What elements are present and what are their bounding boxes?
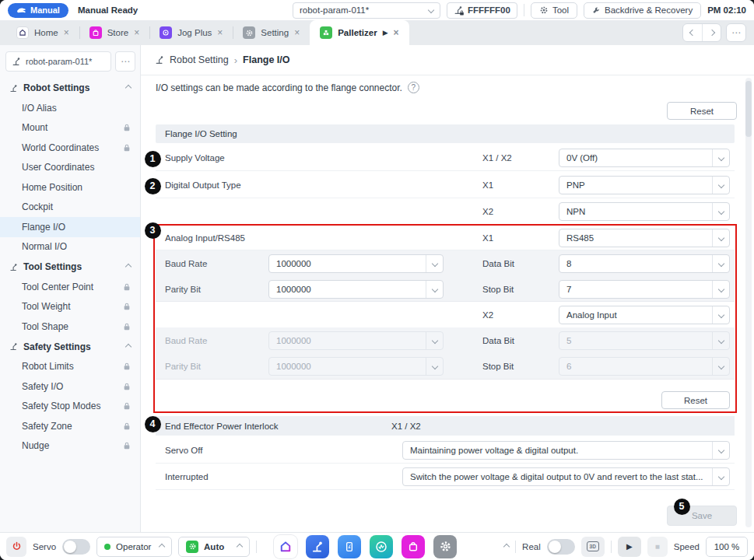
tab-label: Home (34, 28, 58, 37)
lock-icon (123, 383, 131, 390)
sidebar-item-safety-io[interactable]: Safety I/O (0, 376, 140, 397)
digital-output-x2-select[interactable]: NPN (559, 202, 730, 221)
scrollbar-thumb[interactable] (745, 81, 752, 137)
tab-palletizer[interactable]: Palletizer ▶ × (310, 20, 409, 45)
sidebar-item-tool-weight[interactable]: Tool Weight (0, 297, 140, 317)
dock-robot-settings-app[interactable] (306, 535, 329, 558)
sidebar-item-tool-center-point[interactable]: Tool Center Point (0, 277, 140, 297)
param-file-select[interactable]: robot-param-011* (293, 2, 440, 19)
help-icon[interactable]: ? (408, 82, 419, 93)
tab-setting[interactable]: Setting × (233, 20, 310, 45)
x1-baud-rate-select[interactable]: 1000000 (268, 254, 444, 273)
tab-more-button[interactable]: ⋯ (726, 23, 746, 42)
3d-view-button[interactable]: 3D (581, 537, 605, 557)
analog-reset-button[interactable]: Reset (661, 391, 730, 409)
operator-select[interactable]: Operator (96, 537, 172, 557)
x1-stop-bit-select[interactable]: 7 (559, 280, 730, 299)
sidebar-item-robot-limits[interactable]: Robot Limits (0, 357, 140, 377)
auto-mode-icon (186, 541, 198, 553)
backdrive-recovery-button[interactable]: Backdrive & Recovery (584, 2, 701, 19)
dock-store-app[interactable] (402, 535, 425, 558)
sidebar-item-world-coordinates[interactable]: World Coordinates (0, 138, 140, 158)
sidebar-item-io-alias[interactable]: I/O Alias (0, 98, 140, 118)
dock-collapse-chevron[interactable] (503, 543, 510, 549)
sidebar-more-button[interactable]: ⋯ (115, 51, 135, 72)
sidebar-item-home-position[interactable]: Home Position (0, 177, 140, 198)
interrupted-select[interactable]: Switch the power voltage & digital outpu… (402, 467, 730, 486)
digital-output-x2-port: X2 (482, 207, 493, 216)
auto-mode-label: Auto (204, 542, 232, 551)
tab-home[interactable]: Home × (6, 20, 79, 45)
chevron-up-icon (237, 543, 243, 549)
sidebar-item-normal-io[interactable]: Normal I/O (0, 237, 140, 257)
x1-data-bit-select[interactable]: 8 (559, 254, 730, 273)
chevron-down-icon (712, 177, 729, 194)
speed-value-field[interactable]: 100 % (706, 537, 748, 557)
supply-voltage-select[interactable]: 0V (Off) (559, 149, 730, 167)
sidebar-item-safety-stop-modes[interactable]: Safety Stop Modes (0, 397, 140, 417)
chevron-down-icon (712, 332, 729, 349)
chevron-down-icon (428, 7, 434, 13)
stop-bit-label: Stop Bit (482, 362, 514, 371)
sidebar-group-robot-settings[interactable]: Robot Settings (0, 78, 140, 98)
sidebar-item-cockpit[interactable]: Cockpit (0, 198, 140, 218)
flange-io-panel: Robot Setting › Flange I/O I/O settings … (141, 45, 754, 532)
chevron-down-icon (712, 468, 729, 485)
tab-scroll-left-button[interactable] (683, 24, 702, 41)
tool-button[interactable]: Tool (531, 2, 577, 19)
sidebar-group-tool-settings[interactable]: Tool Settings (0, 257, 140, 277)
analog-x2-row: X2 Analog Input (156, 302, 735, 327)
close-icon[interactable]: × (217, 28, 223, 37)
divider (524, 4, 524, 16)
x1-parity-bit-select[interactable]: 1000000 (268, 280, 444, 299)
tab-jog-plus[interactable]: Jog Plus × (149, 20, 233, 45)
dock-settings-app[interactable] (433, 535, 457, 558)
sidebar-item-safety-zone[interactable]: Safety Zone (0, 416, 140, 436)
data-bit-label: Data Bit (482, 336, 514, 345)
tab-store[interactable]: Store × (79, 20, 150, 45)
tab-label: Store (107, 28, 129, 37)
sidebar-item-user-coordinates[interactable]: User Coordinates (0, 158, 140, 178)
lock-icon (123, 422, 131, 430)
servo-toggle[interactable] (62, 539, 90, 555)
close-icon[interactable]: × (64, 28, 69, 37)
section-header: Flange I/O Setting (156, 124, 735, 143)
manual-mode-label: Manual (30, 5, 60, 15)
divider (515, 541, 516, 553)
sidebar-item-nudge[interactable]: Nudge (0, 436, 140, 457)
auto-mode-select[interactable]: Auto (178, 537, 250, 557)
tab-scroll-right-button[interactable] (702, 24, 721, 41)
stop-bit-label: Stop Bit (482, 285, 514, 294)
sidebar-item-tool-shape[interactable]: Tool Shape (0, 317, 140, 337)
analog-x1-select[interactable]: RS485 (559, 229, 730, 247)
dock-monitoring-app[interactable] (370, 535, 393, 558)
breadcrumb-parent[interactable]: Robot Setting (170, 54, 229, 65)
servo-power-button[interactable] (6, 537, 26, 557)
manual-mode-button[interactable]: Manual (8, 3, 68, 18)
flange-code-field[interactable]: FFFFFF00 (447, 2, 517, 19)
lock-icon (123, 442, 131, 450)
dock-home-app[interactable] (274, 535, 297, 558)
servo-off-select[interactable]: Maintaining power voltage & digital outp… (402, 441, 730, 460)
real-mode-toggle[interactable] (547, 539, 575, 555)
close-icon[interactable]: × (394, 28, 399, 37)
sidebar-param-file[interactable]: robot-param-011* (5, 51, 111, 72)
sidebar-group-safety-settings[interactable]: Safety Settings (0, 337, 140, 357)
reset-button[interactable]: Reset (667, 102, 737, 120)
play-button[interactable]: ▶ (618, 537, 641, 557)
analog-x2-select[interactable]: Analog Input (559, 306, 730, 324)
lock-icon (123, 323, 131, 331)
sidebar-item-flange-io[interactable]: Flange I/O (0, 217, 140, 237)
sidebar-item-mount[interactable]: Mount (0, 118, 140, 138)
digital-output-x1-row: Digital Output Type X1 PNP (156, 172, 735, 198)
lock-icon (123, 144, 131, 152)
shopping-bag-icon (407, 541, 419, 553)
close-icon[interactable]: × (294, 28, 300, 37)
chevron-down-icon (426, 358, 443, 375)
dock-teach-pendant-app[interactable] (338, 535, 361, 558)
chevron-up-icon (125, 343, 132, 349)
tab-label: Palletizer (338, 28, 377, 37)
jog-plus-app-icon (160, 26, 172, 39)
digital-output-x1-select[interactable]: PNP (559, 176, 730, 194)
close-icon[interactable]: × (134, 28, 139, 37)
